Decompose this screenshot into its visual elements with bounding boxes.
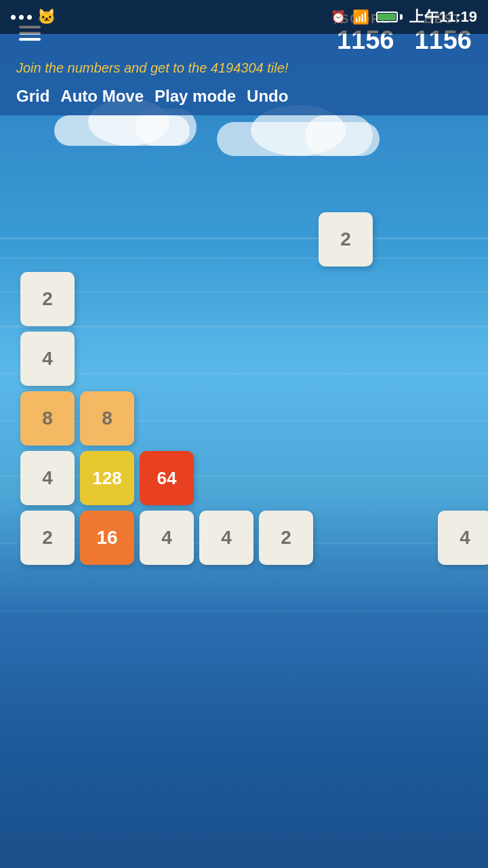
subtitle-text: Join the numbers and get to the 4194304 … <box>16 60 472 76</box>
battery-icon <box>376 12 403 22</box>
nav-auto-move[interactable]: Auto Move <box>60 84 155 108</box>
dot2 <box>19 15 24 20</box>
tile-4-11: 4 <box>199 511 253 565</box>
game-area: 224884128642164424 <box>0 119 488 834</box>
tile-64-7: 64 <box>140 451 194 505</box>
tile-4-2: 4 <box>20 332 75 386</box>
nav-grid[interactable]: Grid <box>16 84 60 108</box>
nav-play-mode[interactable]: Play mode <box>155 84 247 108</box>
status-dots <box>11 15 32 20</box>
tile-8-4: 8 <box>80 391 134 446</box>
tile-2-0: 2 <box>319 212 373 267</box>
menu-line <box>19 38 41 41</box>
tile-2-12: 2 <box>259 511 313 565</box>
status-left: 🐱 <box>11 8 56 26</box>
nav-row: Grid Auto Move Play mode Undo <box>16 84 472 108</box>
status-bar: 🐱 ⏰ 📶 上午11:19 <box>0 0 488 34</box>
tile-2-8: 2 <box>20 511 75 565</box>
tile-8-3: 8 <box>20 391 75 446</box>
status-time: 上午11:19 <box>409 7 477 27</box>
tile-2-1: 2 <box>20 272 75 326</box>
tile-4-5: 4 <box>20 451 75 505</box>
tile-16-9: 16 <box>80 511 134 565</box>
tile-4-10: 4 <box>140 511 194 565</box>
status-right: ⏰ 📶 上午11:19 <box>331 7 477 27</box>
tile-128-6: 128 <box>80 451 134 505</box>
dot1 <box>11 15 16 20</box>
dot3 <box>27 15 32 20</box>
cat-icon: 🐱 <box>37 8 56 26</box>
nav-undo[interactable]: Undo <box>247 84 299 108</box>
signal-icon: 📶 <box>352 9 369 25</box>
alarm-icon: ⏰ <box>331 9 346 24</box>
tile-4-13: 4 <box>438 511 488 565</box>
